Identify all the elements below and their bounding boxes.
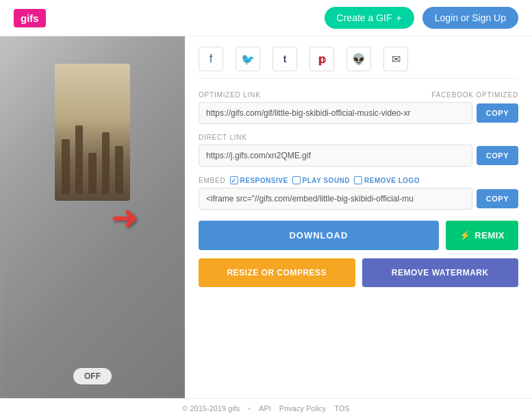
embed-copy-button[interactable]: COPY [477,189,518,208]
email-share-button[interactable]: ✉ [383,47,408,71]
email-icon: ✉ [392,53,401,66]
reddit-share-button[interactable]: 👽 [346,47,371,71]
play-sound-checkbox[interactable] [292,176,301,184]
social-share-row: f 🐦 t 𝕡 👽 ✉ [199,47,518,79]
play-sound-option[interactable]: PLAY SOUND [292,176,350,184]
thumbnail-bars [55,119,130,201]
bar-2 [75,125,84,194]
pinterest-icon: 𝕡 [318,53,326,66]
gif-thumbnail [55,64,130,201]
tos-link[interactable]: TOS [334,404,349,413]
play-sound-label: PLAY SOUND [303,177,350,184]
api-link[interactable]: API [259,404,271,413]
bar-5 [115,146,123,194]
optimized-link-section: OPTIMIZED LINK FACEBOOK OPTIMIZED COPY [199,91,518,124]
facebook-icon: f [210,53,212,65]
embed-label-row: EMBED ✓ RESPONSIVE PLAY SOUND REMOVE LOG… [199,176,518,184]
optimized-link-input[interactable] [199,102,472,124]
copyright-text: © 2015-2019 gifs [182,404,240,413]
logo: gifs [14,9,46,27]
create-gif-button[interactable]: Create a GIF + [325,7,414,29]
embed-section: EMBED ✓ RESPONSIVE PLAY SOUND REMOVE LOG… [199,176,518,210]
responsive-label: RESPONSIVE [240,177,288,184]
reddit-icon: 👽 [352,53,366,66]
direct-link-input[interactable] [199,145,472,167]
header: gifs Create a GIF + Login or Sign Up [0,0,532,36]
right-panel: f 🐦 t 𝕡 👽 ✉ OPTIMIZED LINK FACEBOOK OPTI… [185,36,532,398]
facebook-share-button[interactable]: f [199,47,223,71]
footer-dot-1: • [248,404,251,413]
direct-copy-button[interactable]: COPY [477,146,518,165]
arrow-icon: ➜ [111,198,138,236]
main-layout: ➜ OFF f 🐦 t 𝕡 👽 ✉ [0,36,532,398]
optimized-link-input-row: COPY [199,102,518,124]
bar-1 [62,139,70,194]
create-plus-icon: + [396,12,402,23]
twitter-share-button[interactable]: 🐦 [236,47,260,71]
download-remix-row: DOWNLOAD ⚡ REMIX [199,221,518,250]
pinterest-share-button[interactable]: 𝕡 [309,47,334,71]
create-gif-label: Create a GIF [337,12,392,23]
tumblr-share-button[interactable]: t [273,47,297,71]
privacy-policy-link[interactable]: Privacy Policy [279,404,326,413]
login-button[interactable]: Login or Sign Up [422,7,518,29]
optimized-link-label-row: OPTIMIZED LINK FACEBOOK OPTIMIZED [199,91,518,99]
embed-input-row: COPY [199,188,518,210]
remove-watermark-button[interactable]: REMOVE WATERMARK [362,258,519,287]
bar-4 [102,132,110,194]
remove-logo-option[interactable]: REMOVE LOGO [354,176,420,184]
resize-button[interactable]: RESIZE OR COMPRESS [199,258,355,287]
download-button[interactable]: DOWNLOAD [199,221,439,250]
remix-icon: ⚡ [459,230,471,241]
optimized-copy-button[interactable]: COPY [477,103,518,123]
twitter-icon: 🐦 [241,53,255,66]
direct-link-label: DIRECT LINK [199,134,247,141]
off-toggle[interactable]: OFF [73,368,112,384]
remix-button[interactable]: ⚡ REMIX [446,221,518,250]
footer: © 2015-2019 gifs • API Privacy Policy TO… [0,398,532,418]
embed-label: EMBED [199,177,226,184]
tumblr-icon: t [283,53,287,64]
embed-input[interactable] [199,188,472,210]
remove-logo-label: REMOVE LOGO [364,177,420,184]
direct-link-section: DIRECT LINK COPY [199,134,518,167]
resize-watermark-row: RESIZE OR COMPRESS REMOVE WATERMARK [199,258,518,287]
responsive-checkbox[interactable]: ✓ [230,176,238,184]
responsive-option[interactable]: ✓ RESPONSIVE [230,176,288,184]
remix-label: REMIX [474,230,505,241]
optimized-link-label: OPTIMIZED LINK [199,91,261,99]
bar-3 [88,153,97,194]
left-panel: ➜ OFF [0,36,185,398]
remove-logo-checkbox[interactable] [354,176,362,184]
direct-link-label-row: DIRECT LINK [199,134,518,141]
direct-link-input-row: COPY [199,145,518,167]
facebook-optimized-label: FACEBOOK OPTIMIZED [431,91,518,99]
